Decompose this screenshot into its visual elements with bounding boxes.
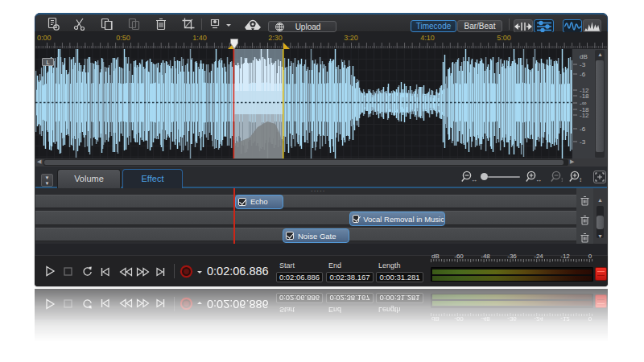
svg-text:↕: ↕ bbox=[579, 176, 582, 183]
svg-text:↔: ↔ bbox=[535, 176, 541, 183]
svg-text:↔: ↔ bbox=[471, 176, 477, 183]
svg-text:↕: ↕ bbox=[560, 176, 564, 183]
